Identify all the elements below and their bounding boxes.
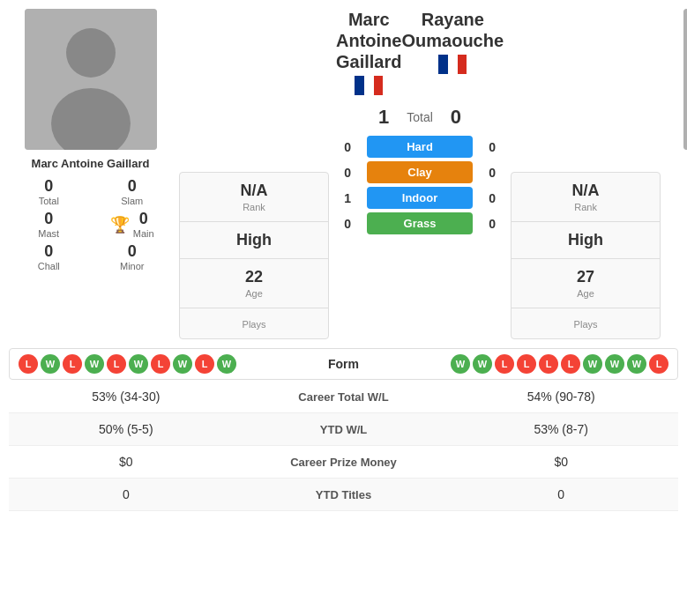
right-pill-6: W: [583, 354, 602, 374]
left-stats-row3: 0 Chall 0 Minor: [9, 242, 172, 271]
player-right: Rayane Oumaouche 0 Total 0 Slam 0 Mast: [668, 9, 687, 339]
right-chall-stat: 0 Chall: [668, 242, 687, 271]
right-age-label: Age: [520, 288, 651, 299]
stat-right-val-3: 0: [444, 479, 678, 511]
right-pill-7: W: [605, 354, 624, 374]
left-stats-row2: 0 Mast 🏆 0 Main: [9, 210, 172, 239]
surface-right-grass: 0: [483, 217, 501, 231]
right-pill-1: W: [473, 354, 492, 374]
left-pill-1: W: [41, 354, 60, 374]
top-area: Marc Antoine Gaillard 0 Total 0 Slam 0 M…: [9, 9, 678, 339]
surface-right-hard: 0: [483, 140, 501, 154]
left-plays-row: Plays: [180, 308, 328, 338]
surface-row-indoor: 1 Indoor 0: [336, 187, 504, 209]
total-left-score: 1: [378, 106, 389, 129]
right-total-stat: 0 Total: [668, 177, 687, 206]
left-main-label: Main: [133, 228, 154, 239]
left-chall-label: Chall: [38, 261, 60, 271]
surface-btn-indoor[interactable]: Indoor: [367, 187, 473, 209]
player-left: Marc Antoine Gaillard 0 Total 0 Slam 0 M…: [9, 9, 172, 339]
left-flag: [336, 76, 401, 95]
left-rank-row: N/A Rank: [180, 173, 328, 222]
svg-rect-3: [683, 9, 687, 150]
right-plays-label: Plays: [520, 319, 651, 330]
left-chall-stat: 0 Chall: [9, 242, 89, 271]
main-container: Marc Antoine Gaillard 0 Total 0 Slam 0 M…: [0, 0, 687, 520]
stat-label-1: YTD W/L: [243, 413, 444, 446]
left-slam-stat: 0 Slam: [93, 177, 173, 206]
right-rank-label: Rank: [520, 202, 651, 212]
left-chall-value: 0: [44, 242, 53, 261]
stat-left-val-2: $0: [9, 446, 243, 479]
right-rating-value: High: [520, 231, 651, 249]
right-pill-8: W: [627, 354, 646, 374]
surface-row-grass: 0 Grass 0: [336, 212, 504, 234]
right-rating-row: High: [512, 222, 660, 259]
right-age-row: 27 Age: [512, 259, 660, 308]
left-trophy-main: 🏆 0 Main: [93, 210, 173, 239]
form-label: Form: [245, 357, 442, 371]
right-plays-row: Plays: [512, 308, 660, 338]
left-total-value: 0: [44, 177, 53, 196]
career-stats-table: 53% (34-30) Career Total W/L 54% (90-78)…: [9, 381, 678, 511]
stat-label-3: YTD Titles: [243, 479, 444, 511]
surface-left-hard: 0: [339, 140, 356, 154]
center-left-name: Marc Antoine Gaillard: [336, 9, 401, 72]
surface-row-hard: 0 Hard 0: [336, 136, 504, 158]
stat-label-0: Career Total W/L: [243, 381, 444, 413]
left-mast-value: 0: [44, 210, 53, 228]
left-pill-5: W: [129, 354, 148, 374]
left-slam-label: Slam: [121, 196, 143, 206]
left-plays-label: Plays: [189, 319, 319, 330]
right-pill-2: L: [495, 354, 514, 374]
right-pill-3: L: [517, 354, 536, 374]
left-slam-value: 0: [128, 177, 137, 196]
left-pill-4: L: [107, 354, 126, 374]
left-avatar: [25, 9, 157, 150]
right-pill-9: L: [649, 354, 668, 374]
right-avatar: [683, 9, 687, 150]
left-pill-2: L: [63, 354, 82, 374]
right-stats-row3: 0 Chall 0 Minor: [668, 242, 687, 271]
surface-btn-hard[interactable]: Hard: [367, 136, 473, 158]
left-player-name: Marc Antoine Gaillard: [32, 157, 150, 170]
surface-left-clay: 0: [339, 166, 356, 180]
surface-btn-clay[interactable]: Clay: [367, 161, 473, 183]
form-row: LWLWLWLWLW Form WWLLLLWWWL: [9, 348, 678, 380]
right-pill-4: L: [539, 354, 558, 374]
stat-left-val-0: 53% (34-30): [9, 381, 243, 413]
right-pill-5: L: [561, 354, 580, 374]
left-trophy-icon: 🏆: [110, 215, 130, 234]
surface-btn-grass[interactable]: Grass: [367, 212, 473, 234]
left-rating-value: High: [189, 231, 319, 249]
left-age-label: Age: [189, 288, 319, 299]
total-row: 1 Total 0: [336, 106, 504, 129]
stats-table-row: $0 Career Prize Money $0: [9, 446, 678, 479]
left-rating-row: High: [180, 222, 328, 259]
left-pill-6: L: [151, 354, 170, 374]
surface-left-indoor: 1: [339, 191, 356, 205]
left-mast-stat: 0 Mast: [9, 210, 89, 239]
center-right-name: Rayane Oumaouche: [401, 9, 504, 51]
stat-left-val-1: 50% (5-5): [9, 413, 243, 446]
stats-table-row: 0 YTD Titles 0: [9, 479, 678, 511]
right-stats-row1: 0 Total 0 Slam: [668, 177, 687, 206]
right-info-panel: N/A Rank High 27 Age Plays: [511, 172, 661, 339]
stat-right-val-2: $0: [444, 446, 678, 479]
right-mast-stat: 0 Mast: [668, 210, 687, 239]
surface-left-grass: 0: [339, 217, 356, 231]
right-age-value: 27: [520, 268, 651, 286]
left-total-label: Total: [39, 196, 59, 206]
right-flag: [401, 55, 504, 74]
right-rank-value: N/A: [520, 182, 651, 200]
center-area: Marc Antoine Gaillard Rayane Oumaouche: [336, 9, 504, 339]
left-pill-3: W: [85, 354, 104, 374]
total-label: Total: [407, 110, 433, 124]
left-minor-label: Minor: [120, 261, 145, 271]
left-info-panel: N/A Rank High 22 Age Plays: [179, 172, 329, 339]
left-pill-0: L: [19, 354, 38, 374]
right-rank-row: N/A Rank: [512, 173, 660, 222]
left-main-value: 0: [139, 210, 148, 227]
svg-point-1: [66, 28, 116, 78]
left-pill-9: W: [217, 354, 236, 374]
